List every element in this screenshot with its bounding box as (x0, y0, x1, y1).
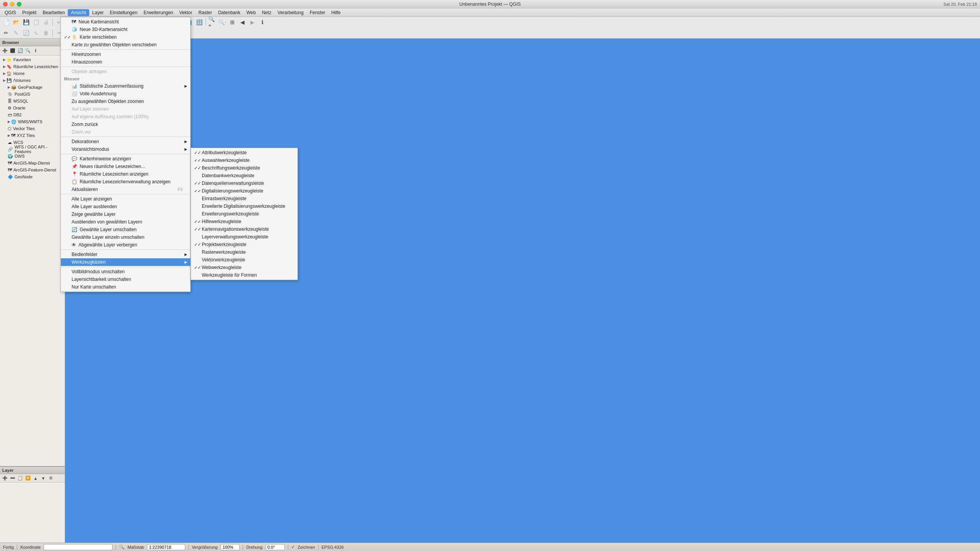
menu-voransichtsmodus[interactable]: Voransichtsmodus (61, 145, 190, 153)
browser-item-vector-tiles[interactable]: ⬡ Vector Tiles (0, 125, 65, 132)
menu-layer[interactable]: Layer (89, 9, 107, 16)
werkzeug-hilfe[interactable]: ✓ Hilfewerkzeugleiste (191, 218, 297, 225)
save-as-btn[interactable]: 📋 (31, 18, 41, 27)
browser-item-oracle[interactable]: ⚙ Oracle (0, 104, 65, 111)
menu-verarbeitung[interactable]: Verarbeitung (274, 9, 307, 16)
browser-refresh-btn[interactable]: 🔄 (17, 47, 24, 54)
werkzeug-erweiterung[interactable]: Erweiterungswerkzeugleiste (191, 210, 297, 218)
menu-statistische[interactable]: 📊 Statistische Zusammenfassung (61, 82, 190, 90)
window-controls[interactable] (3, 2, 21, 7)
menu-erweiterungen[interactable]: Erweiterungen (140, 9, 176, 16)
werkzeug-formen[interactable]: Werkzeugleiste für Formen (191, 271, 297, 279)
menu-volle-ausdehnung[interactable]: ⬜ Volle Ausdehnung (61, 90, 190, 98)
menu-neue-3d-kartenansicht[interactable]: 🧊 Neue 3D-Kartenansicht (61, 26, 190, 33)
scale-btn[interactable]: ⤡ (31, 28, 41, 37)
menu-vollbildmodus[interactable]: Vollbildmodus umschalten (61, 268, 190, 276)
menu-alle-layer-anzeigen[interactable]: Alle Layer anzeigen (61, 195, 190, 203)
menu-neues-lesezeichen[interactable]: 📌 Neues räumliche Lesezeichen... (61, 163, 190, 170)
menu-karte-verschieben[interactable]: ✓ ✋ Karte verschieben (61, 33, 190, 41)
menu-kartenhinweise[interactable]: 💬 Kartenhinweise anzeigen (61, 155, 190, 163)
werkzeug-kartennavigation[interactable]: ✓ Kartennavigationswerkzeugleiste (191, 225, 297, 233)
rotate-btn[interactable]: 🔄 (21, 28, 31, 37)
werkzeug-datenbank[interactable]: Datenbankwerkzeugleiste (191, 172, 297, 179)
browser-item-arcgis-map[interactable]: 🗺 ArcGIS-Map-Dienst (0, 160, 65, 166)
menu-netz[interactable]: Netz (259, 9, 274, 16)
rotation-input[interactable] (266, 544, 285, 550)
delete-btn[interactable]: 🗑 (41, 28, 51, 37)
zoom-back-btn[interactable]: ◀ (238, 18, 247, 27)
werkzeug-vektor[interactable]: Vektorwerkzeugleiste (191, 256, 297, 264)
werkzeug-layerverwaltung[interactable]: Layerverwaltungswerkzeugleiste (191, 233, 297, 241)
menu-zu-ausgewahlten[interactable]: Zu ausgewählten Objekten zoomen (61, 98, 190, 105)
menu-alle-layer-ausblenden[interactable]: Alle Layer ausblenden (61, 203, 190, 210)
werkzeug-digitalisierung[interactable]: ✓ Digitalisierungswerkzeugleiste (191, 187, 297, 195)
menu-hinauszoomen[interactable]: Hinauszoomen (61, 58, 190, 66)
browser-item-volumes[interactable]: ▶ 💾 /Volumes (0, 77, 65, 84)
menu-karte-zu-gewahlten[interactable]: Karte zu gewählten Objekten verschieben (61, 41, 190, 49)
menu-aktualisieren[interactable]: Aktualisieren F5 (61, 186, 190, 193)
menu-abgewaehlte-layer-verbergen[interactable]: 👁 Abgewählte Layer verbergen (61, 241, 190, 249)
browser-item-lesezeichen[interactable]: ▶ 🔖 Räumliche Lesezeichen (0, 63, 65, 70)
digitize-btn[interactable]: ✏ (2, 28, 11, 37)
menu-raster[interactable]: Raster (195, 9, 215, 16)
menu-ansicht[interactable]: Ansicht (68, 9, 89, 16)
field-calculator-btn[interactable]: 🔢 (194, 18, 204, 27)
menu-web[interactable]: Web (243, 9, 259, 16)
magnification-input[interactable] (220, 544, 240, 550)
menu-hineinzoomen[interactable]: Hineinzoomen (61, 51, 190, 58)
browser-item-geopackage[interactable]: ▶ 📦 GeoPackage (0, 84, 65, 91)
werkzeug-attribut[interactable]: ✓ Attributwerkzeugleiste (191, 149, 297, 156)
layer-down-btn[interactable]: ▼ (40, 475, 47, 482)
werkzeug-projekt[interactable]: ✓ Projektwerkzeugleiste (191, 241, 297, 248)
identify-btn[interactable]: ℹ (258, 18, 267, 27)
menu-fenster[interactable]: Fenster (307, 9, 328, 16)
werkzeug-beschriftung[interactable]: ✓ Beschriftungswerkzeugleiste (191, 164, 297, 172)
browser-item-wfs[interactable]: 🔗 WFS / OGC API - Features (0, 146, 65, 153)
browser-collapse-btn[interactable]: ⬛ (9, 47, 16, 54)
werkzeug-einrast[interactable]: Einrastwerkzeugleiste (191, 195, 297, 202)
werkzeug-auswahl[interactable]: ✓ Auswahlwerkzeugleiste (191, 156, 297, 164)
layer-filter-btn[interactable]: 🔽 (24, 475, 31, 482)
browser-item-wms-wmts[interactable]: ▶ 🌐 WMS/WMTS (0, 118, 65, 125)
browser-item-xyz-tiles[interactable]: ▶ 🗺 XYZ Tiles (0, 132, 65, 139)
new-project-btn[interactable]: 📄 (2, 18, 11, 27)
menu-projekt[interactable]: Projekt (19, 9, 39, 16)
browser-info-btn[interactable]: ℹ (32, 47, 39, 54)
zoom-in-btn[interactable]: 🔍+ (208, 18, 217, 27)
menu-neue-kartenansicht[interactable]: 🗺 Neue Kartenansicht (61, 18, 190, 26)
menu-bedienfelder[interactable]: Bedienfelder (61, 251, 190, 258)
menu-werkzeugkaesten[interactable]: Werkzeugkästen (61, 258, 190, 266)
close-button[interactable] (3, 2, 8, 7)
menu-zeige-gewaehlte-layer[interactable]: Zeige gewählte Layer (61, 210, 190, 218)
menu-raeumliche-lesezeichen[interactable]: 📍 Räumliche Lesezeichen anzeigen (61, 170, 190, 178)
layer-settings-btn[interactable]: ⚙ (47, 475, 54, 482)
menu-layersichtbarkeit[interactable]: Layersichtbarkeit umschalten (61, 276, 190, 283)
maximize-button[interactable] (17, 2, 21, 7)
browser-item-postgis[interactable]: 🐘 PostGIS (0, 91, 65, 98)
coordinate-input[interactable] (44, 544, 113, 550)
menu-nur-karte[interactable]: Nur Karte umschalten (61, 283, 190, 291)
menu-gewaehlte-layer-einzeln[interactable]: Gewählte Layer einzeln umschalten (61, 233, 190, 241)
browser-item-home[interactable]: ▶ 🏠 Home (0, 70, 65, 77)
menu-datenbank[interactable]: Datenbank (215, 9, 243, 16)
layer-open-attr-btn[interactable]: 📋 (17, 475, 24, 482)
browser-add-btn[interactable]: ➕ (2, 47, 8, 54)
layer-up-btn[interactable]: ▲ (32, 475, 39, 482)
minimize-button[interactable] (10, 2, 15, 7)
browser-item-arcgis-feature[interactable]: 🗺 ArcGIS-Feature-Dienst (0, 166, 65, 173)
layer-remove-btn[interactable]: ➖ (9, 475, 16, 482)
menu-vektor[interactable]: Vektor (176, 9, 195, 16)
menu-bearbeiten[interactable]: Bearbeiten (39, 9, 68, 16)
werkzeug-erweiterte-digi[interactable]: Erweiterte Digitalisierungswerkzeugleist… (191, 202, 297, 210)
zoom-out-btn[interactable]: 🔍- (218, 18, 227, 27)
browser-item-db2[interactable]: 🗃 DB2 (0, 111, 65, 118)
map-canvas[interactable]: Neues leeres Projekt EPSG:4326 – WGS 84 (65, 39, 980, 543)
werkzeug-web[interactable]: ✓ Webwerkzeugleiste (191, 264, 297, 271)
werkzeug-raster[interactable]: Rasterwerkzeugleiste (191, 248, 297, 256)
menu-ausblenden-gewahlte[interactable]: Ausblenden von gewählten Layern (61, 218, 190, 226)
menu-gewaehlte-layer-umschalten[interactable]: 🔄 Gewählte Layer umschalten (61, 226, 190, 233)
menu-einstellungen[interactable]: Einstellungen (107, 9, 140, 16)
browser-item-mssql[interactable]: 🗄 MSSQL (0, 98, 65, 104)
print-btn[interactable]: 🖨 (41, 18, 51, 27)
layer-add-btn[interactable]: ➕ (2, 475, 8, 482)
